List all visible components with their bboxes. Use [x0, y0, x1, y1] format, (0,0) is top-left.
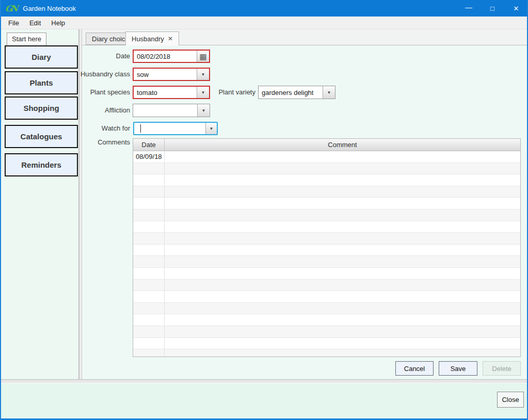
cell-comment — [165, 198, 520, 209]
table-row[interactable] — [133, 303, 520, 315]
sidebar-item-plants[interactable]: Plants — [5, 71, 78, 94]
comments-table: Date Comment 08/09/18 — [133, 138, 521, 357]
sidebar-item-diary[interactable]: Diary — [5, 45, 78, 69]
cell-date — [133, 338, 165, 349]
cell-comment — [165, 233, 520, 244]
table-row[interactable] — [133, 256, 520, 268]
close-button[interactable]: Close — [497, 392, 524, 408]
cell-date — [133, 163, 165, 174]
menu-help[interactable]: Help — [46, 17, 70, 29]
watch-for-label: Watch for — [80, 122, 130, 135]
husbandry-class-label: Husbandry class — [80, 68, 130, 81]
calendar-button[interactable]: ▦ — [197, 51, 209, 62]
plant-variety-combobox[interactable]: gardeners delight ▼ — [258, 86, 335, 99]
plant-variety-dropdown-button[interactable]: ▼ — [323, 86, 335, 99]
cell-date — [133, 198, 165, 209]
chevron-down-icon: ▼ — [202, 108, 206, 113]
cell-date — [133, 291, 165, 302]
table-row[interactable] — [133, 163, 520, 175]
watch-for-input[interactable] — [134, 123, 205, 134]
cell-comment — [165, 314, 520, 326]
cell-comment — [165, 163, 520, 174]
cell-comment — [165, 151, 520, 163]
table-row[interactable] — [133, 280, 520, 292]
table-row[interactable] — [133, 338, 520, 350]
column-header-date[interactable]: Date — [133, 139, 165, 151]
cell-date — [133, 186, 165, 198]
table-row[interactable] — [133, 198, 520, 209]
cell-comment — [165, 245, 520, 256]
affliction-combobox[interactable]: ▼ — [133, 104, 210, 117]
tab-close-icon[interactable]: ✕ — [168, 35, 173, 42]
menu-edit[interactable]: Edit — [24, 17, 46, 29]
sidebar-tab-start-here[interactable]: Start here — [7, 33, 46, 45]
save-button[interactable]: Save — [439, 361, 477, 376]
plant-variety-label: Plant variety — [205, 86, 255, 99]
cell-comment — [165, 268, 520, 279]
minimize-button[interactable]: — — [457, 0, 481, 17]
cell-date — [133, 221, 165, 233]
title-bar: GN Garden Notebook — □ ✕ — [0, 0, 528, 17]
cancel-button[interactable]: Cancel — [395, 361, 434, 376]
cell-date — [133, 256, 165, 267]
cell-comment — [165, 349, 520, 357]
affliction-dropdown-button[interactable]: ▼ — [197, 104, 210, 117]
cell-date — [133, 245, 165, 256]
cell-date — [133, 303, 165, 314]
cell-comment — [165, 338, 520, 349]
app-window: GN Garden Notebook — □ ✕ File Edit Help … — [0, 0, 528, 420]
chevron-down-icon: ▼ — [201, 72, 205, 77]
window-controls: — □ ✕ — [457, 0, 528, 17]
app-logo-icon: GN — [5, 4, 17, 13]
chevron-down-icon: ▼ — [327, 90, 331, 95]
table-row[interactable] — [133, 245, 520, 256]
table-row[interactable] — [133, 314, 520, 326]
table-row[interactable] — [133, 209, 520, 221]
cell-comment — [165, 186, 520, 198]
sidebar-item-reminders[interactable]: Reminders — [5, 153, 78, 176]
table-row[interactable]: 08/09/18 — [133, 151, 520, 163]
tab-husbandry[interactable]: Husbandry ✕ — [125, 31, 179, 45]
comments-table-body: 08/09/18 — [133, 151, 520, 357]
tab-strip: Diary choice Husbandry ✕ — [82, 29, 527, 45]
sidebar-splitter[interactable] — [78, 29, 82, 379]
cell-comment — [165, 174, 520, 186]
plant-species-dropdown-button[interactable]: ▼ — [197, 87, 209, 98]
date-input[interactable] — [134, 51, 197, 62]
column-header-comment[interactable]: Comment — [165, 139, 520, 151]
menu-file[interactable]: File — [3, 17, 24, 29]
husbandry-class-dropdown-button[interactable]: ▼ — [197, 69, 209, 80]
chevron-down-icon: ▼ — [201, 90, 205, 95]
table-row[interactable] — [133, 268, 520, 280]
chevron-down-icon: ▼ — [210, 126, 214, 131]
watch-for-combobox[interactable]: ▼ — [133, 122, 218, 135]
cell-date — [133, 233, 165, 244]
table-row[interactable] — [133, 233, 520, 245]
maximize-button[interactable]: □ — [481, 0, 504, 17]
watch-for-dropdown-button[interactable]: ▼ — [205, 123, 217, 134]
window-title: Garden Notebook — [23, 5, 76, 12]
cell-comment — [165, 291, 520, 302]
cell-date — [133, 349, 165, 357]
sidebar-item-shopping[interactable]: Shopping — [5, 96, 78, 120]
text-caret — [140, 124, 141, 133]
comments-label: Comments — [80, 137, 130, 148]
plant-species-combobox[interactable]: tomato ▼ — [133, 86, 210, 99]
table-row[interactable] — [133, 174, 520, 186]
table-row[interactable] — [133, 291, 520, 303]
sidebar-item-catalogues[interactable]: Catalogues — [5, 125, 78, 148]
cell-comment — [165, 303, 520, 314]
table-row[interactable] — [133, 349, 520, 357]
delete-button: Delete — [483, 361, 521, 376]
comments-table-header: Date Comment — [133, 139, 520, 151]
table-row[interactable] — [133, 221, 520, 233]
table-row[interactable] — [133, 186, 520, 198]
cell-date — [133, 280, 165, 291]
date-label: Date — [80, 50, 130, 63]
menu-bar: File Edit Help — [0, 17, 528, 29]
table-row[interactable] — [133, 326, 520, 338]
husbandry-class-combobox[interactable]: sow ▼ — [133, 68, 210, 81]
cell-comment — [165, 209, 520, 221]
close-window-button[interactable]: ✕ — [504, 0, 528, 17]
date-field[interactable]: ▦ — [133, 50, 210, 63]
